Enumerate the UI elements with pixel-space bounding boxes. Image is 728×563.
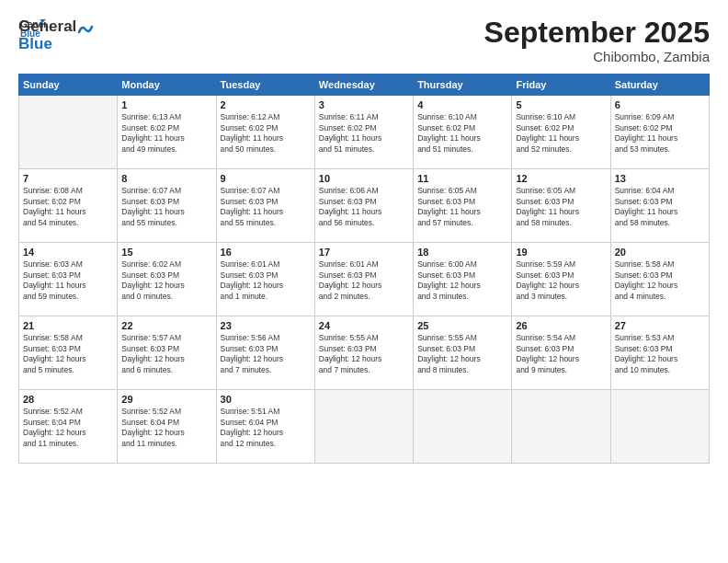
day-number: 9 <box>221 173 311 184</box>
calendar-cell: 29Sunrise: 5:52 AMSunset: 6:04 PMDayligh… <box>118 390 216 464</box>
day-number: 28 <box>23 394 113 405</box>
day-info: Sunrise: 5:52 AMSunset: 6:04 PMDaylight:… <box>23 407 113 449</box>
column-header-wednesday: Wednesday <box>314 75 413 96</box>
calendar-cell: 23Sunrise: 5:56 AMSunset: 6:03 PMDayligh… <box>216 316 314 390</box>
day-number: 25 <box>417 320 507 331</box>
day-number: 15 <box>121 247 211 258</box>
calendar-cell <box>414 390 512 464</box>
calendar-cell <box>610 390 709 464</box>
day-info: Sunrise: 5:53 AMSunset: 6:03 PMDaylight:… <box>615 333 705 375</box>
column-header-monday: Monday <box>118 75 216 96</box>
day-info: Sunrise: 6:06 AMSunset: 6:03 PMDaylight:… <box>319 186 409 228</box>
location: Chibombo, Zambia <box>484 49 710 64</box>
day-number: 20 <box>615 247 705 258</box>
calendar-cell: 20Sunrise: 5:58 AMSunset: 6:03 PMDayligh… <box>610 243 709 316</box>
day-info: Sunrise: 6:03 AMSunset: 6:03 PMDaylight:… <box>23 259 113 302</box>
page-header: General Blue General Blue September 2025… <box>18 17 710 64</box>
day-number: 22 <box>121 320 211 331</box>
day-number: 14 <box>23 247 113 258</box>
day-info: Sunrise: 5:58 AMSunset: 6:03 PMDaylight:… <box>615 259 705 302</box>
day-info: Sunrise: 5:54 AMSunset: 6:03 PMDaylight:… <box>516 333 606 375</box>
day-info: Sunrise: 6:00 AMSunset: 6:03 PMDaylight:… <box>417 259 507 302</box>
calendar-cell: 2Sunrise: 6:12 AMSunset: 6:02 PMDaylight… <box>216 96 314 169</box>
calendar-week-row: 28Sunrise: 5:52 AMSunset: 6:04 PMDayligh… <box>19 390 710 464</box>
calendar-week-row: 21Sunrise: 5:58 AMSunset: 6:03 PMDayligh… <box>19 316 710 390</box>
title-block: September 2025 Chibombo, Zambia <box>484 17 710 64</box>
calendar-cell: 7Sunrise: 6:08 AMSunset: 6:02 PMDaylight… <box>19 169 118 243</box>
calendar-cell: 22Sunrise: 5:57 AMSunset: 6:03 PMDayligh… <box>118 316 216 390</box>
day-info: Sunrise: 6:01 AMSunset: 6:03 PMDaylight:… <box>319 259 409 302</box>
column-header-friday: Friday <box>512 75 610 96</box>
logo: General Blue General Blue <box>18 17 94 52</box>
calendar-cell: 18Sunrise: 6:00 AMSunset: 6:03 PMDayligh… <box>414 243 512 316</box>
calendar-cell: 13Sunrise: 6:04 AMSunset: 6:03 PMDayligh… <box>610 169 709 243</box>
calendar-cell: 28Sunrise: 5:52 AMSunset: 6:04 PMDayligh… <box>19 390 118 464</box>
day-info: Sunrise: 6:01 AMSunset: 6:03 PMDaylight:… <box>221 259 311 302</box>
calendar-cell <box>512 390 610 464</box>
calendar-cell: 17Sunrise: 6:01 AMSunset: 6:03 PMDayligh… <box>314 243 413 316</box>
calendar-week-row: 1Sunrise: 6:13 AMSunset: 6:02 PMDaylight… <box>19 96 710 169</box>
day-info: Sunrise: 6:04 AMSunset: 6:03 PMDaylight:… <box>615 186 705 228</box>
column-header-sunday: Sunday <box>19 75 118 96</box>
calendar-cell: 1Sunrise: 6:13 AMSunset: 6:02 PMDaylight… <box>118 96 216 169</box>
day-info: Sunrise: 5:55 AMSunset: 6:03 PMDaylight:… <box>417 333 507 375</box>
calendar-cell: 30Sunrise: 5:51 AMSunset: 6:04 PMDayligh… <box>216 390 314 464</box>
day-info: Sunrise: 6:08 AMSunset: 6:02 PMDaylight:… <box>23 186 113 228</box>
day-info: Sunrise: 5:59 AMSunset: 6:03 PMDaylight:… <box>516 259 606 302</box>
day-number: 29 <box>121 394 211 405</box>
day-info: Sunrise: 6:12 AMSunset: 6:02 PMDaylight:… <box>221 112 311 155</box>
logo-line1: General <box>18 18 76 36</box>
day-number: 27 <box>615 320 705 331</box>
month-title: September 2025 <box>484 17 710 49</box>
calendar-cell: 27Sunrise: 5:53 AMSunset: 6:03 PMDayligh… <box>610 316 709 390</box>
calendar-cell: 14Sunrise: 6:03 AMSunset: 6:03 PMDayligh… <box>19 243 118 316</box>
day-info: Sunrise: 6:07 AMSunset: 6:03 PMDaylight:… <box>221 186 311 228</box>
calendar-week-row: 7Sunrise: 6:08 AMSunset: 6:02 PMDaylight… <box>19 169 710 243</box>
calendar-cell: 11Sunrise: 6:05 AMSunset: 6:03 PMDayligh… <box>414 169 512 243</box>
day-info: Sunrise: 6:10 AMSunset: 6:02 PMDaylight:… <box>417 112 507 155</box>
calendar-cell <box>19 96 118 169</box>
day-number: 5 <box>516 99 606 110</box>
day-number: 19 <box>516 247 606 258</box>
day-number: 2 <box>221 99 311 110</box>
calendar-cell: 6Sunrise: 6:09 AMSunset: 6:02 PMDaylight… <box>610 96 709 169</box>
calendar-cell: 16Sunrise: 6:01 AMSunset: 6:03 PMDayligh… <box>216 243 314 316</box>
calendar-table: SundayMondayTuesdayWednesdayThursdayFrid… <box>18 74 710 464</box>
day-number: 3 <box>319 99 409 110</box>
calendar-cell: 8Sunrise: 6:07 AMSunset: 6:03 PMDaylight… <box>118 169 216 243</box>
day-info: Sunrise: 6:09 AMSunset: 6:02 PMDaylight:… <box>615 112 705 155</box>
logo-line2: Blue <box>18 36 76 53</box>
day-number: 24 <box>319 320 409 331</box>
day-number: 6 <box>615 99 705 110</box>
calendar-cell: 25Sunrise: 5:55 AMSunset: 6:03 PMDayligh… <box>414 316 512 390</box>
calendar-cell: 26Sunrise: 5:54 AMSunset: 6:03 PMDayligh… <box>512 316 610 390</box>
day-info: Sunrise: 6:07 AMSunset: 6:03 PMDaylight:… <box>121 186 211 228</box>
calendar-cell: 15Sunrise: 6:02 AMSunset: 6:03 PMDayligh… <box>118 243 216 316</box>
day-number: 16 <box>221 247 311 258</box>
day-info: Sunrise: 6:02 AMSunset: 6:03 PMDaylight:… <box>121 259 211 302</box>
calendar-cell: 10Sunrise: 6:06 AMSunset: 6:03 PMDayligh… <box>314 169 413 243</box>
calendar-week-row: 14Sunrise: 6:03 AMSunset: 6:03 PMDayligh… <box>19 243 710 316</box>
calendar-cell: 21Sunrise: 5:58 AMSunset: 6:03 PMDayligh… <box>19 316 118 390</box>
calendar-cell: 24Sunrise: 5:55 AMSunset: 6:03 PMDayligh… <box>314 316 413 390</box>
column-header-saturday: Saturday <box>610 75 709 96</box>
day-info: Sunrise: 5:51 AMSunset: 6:04 PMDaylight:… <box>221 407 311 449</box>
day-info: Sunrise: 5:56 AMSunset: 6:03 PMDaylight:… <box>221 333 311 375</box>
day-number: 11 <box>417 173 507 184</box>
day-info: Sunrise: 6:05 AMSunset: 6:03 PMDaylight:… <box>516 186 606 228</box>
day-number: 23 <box>221 320 311 331</box>
calendar-header-row: SundayMondayTuesdayWednesdayThursdayFrid… <box>19 75 710 96</box>
column-header-thursday: Thursday <box>414 75 512 96</box>
day-number: 10 <box>319 173 409 184</box>
day-info: Sunrise: 5:52 AMSunset: 6:04 PMDaylight:… <box>121 407 211 449</box>
day-info: Sunrise: 6:05 AMSunset: 6:03 PMDaylight:… <box>417 186 507 228</box>
calendar-cell: 5Sunrise: 6:10 AMSunset: 6:02 PMDaylight… <box>512 96 610 169</box>
day-info: Sunrise: 6:13 AMSunset: 6:02 PMDaylight:… <box>121 112 211 155</box>
day-number: 13 <box>615 173 705 184</box>
day-number: 21 <box>23 320 113 331</box>
column-header-tuesday: Tuesday <box>216 75 314 96</box>
calendar-cell <box>314 390 413 464</box>
logo-wave-icon <box>77 21 94 38</box>
calendar-cell: 19Sunrise: 5:59 AMSunset: 6:03 PMDayligh… <box>512 243 610 316</box>
day-info: Sunrise: 6:11 AMSunset: 6:02 PMDaylight:… <box>319 112 409 155</box>
